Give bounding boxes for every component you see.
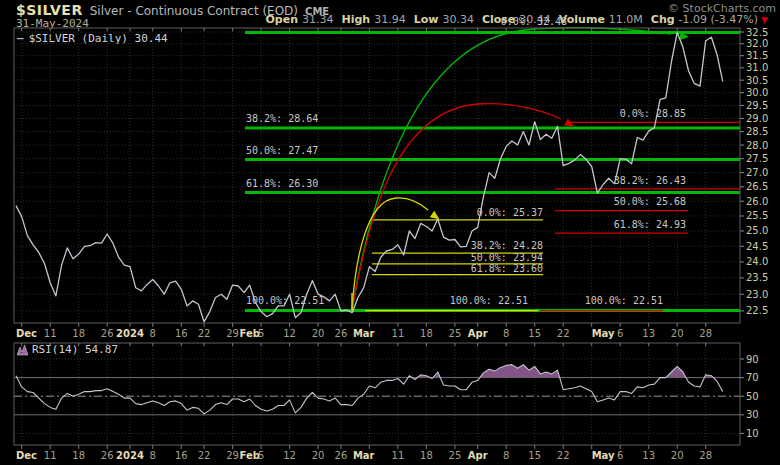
y-tick-label: 27.0	[746, 167, 768, 178]
y-tick-label: 26.0	[746, 196, 768, 207]
y-tick-label: 25.5	[746, 210, 768, 221]
x-tick-label: May	[592, 328, 615, 339]
x-tick-label: 22	[557, 328, 570, 339]
y-tick-label: 23.5	[746, 272, 768, 283]
x-tick-label: 11	[392, 328, 405, 339]
y-axis-main: 32.532.031.531.030.530.029.529.028.528.0…	[740, 27, 768, 317]
y-tick-label: 29.0	[746, 113, 768, 124]
x-tick-label: 11	[44, 328, 57, 339]
y-axis-rsi: 9070503010	[740, 354, 759, 439]
fib-label: 100.0%: 22.51	[585, 295, 663, 306]
x-tick-label: Apr	[468, 450, 488, 461]
y-tick-label: 30.0	[746, 87, 768, 98]
x-tick-label: 11	[392, 450, 405, 461]
x-tick-label: 16	[175, 328, 188, 339]
fib-label: 61.8%: 23.60	[471, 263, 543, 274]
x-tick-label: 6	[617, 328, 623, 339]
x-tick-label: 2024	[116, 450, 144, 461]
x-tick-label: 20	[312, 328, 325, 339]
x-tick-label: Feb	[240, 450, 260, 461]
x-tick-label: 5	[258, 328, 264, 339]
arrowhead-icon	[430, 211, 442, 223]
x-tick-label: 26	[335, 328, 348, 339]
y-tick-label: 28.0	[746, 140, 768, 151]
fib-label: 38.2%: 24.28	[471, 240, 543, 251]
y-tick-label: 28.5	[746, 126, 768, 137]
chart-canvas: 0.0%: 32.4838.2%: 28.6450.0%: 27.4761.8%…	[0, 0, 780, 465]
fib-label: 100.0%: 22.51	[450, 295, 528, 306]
x-tick-label: Dec	[16, 450, 37, 461]
y-tick-label: 10	[746, 428, 759, 439]
y-tick-label: 31.0	[746, 62, 768, 73]
y-tick-label: 26.5	[746, 181, 768, 192]
fib-label: 38.2%: 26.43	[614, 175, 686, 186]
fib-label: 50.0%: 25.68	[614, 196, 686, 207]
y-tick-label: 31.5	[746, 50, 768, 61]
fib-label: 0.0%: 28.85	[620, 108, 686, 119]
y-tick-label: 50	[746, 391, 759, 402]
x-tick-label: 12	[283, 450, 296, 461]
x-tick-label: 28	[699, 328, 712, 339]
x-tick-label: Mar	[353, 450, 375, 461]
x-tick-label: 5	[258, 450, 264, 461]
x-tick-label: 26	[101, 328, 114, 339]
x-tick-label: 8	[150, 450, 156, 461]
x-tick-label: 18	[420, 328, 433, 339]
x-tick-label: 29	[226, 450, 239, 461]
rsi-panel-border	[14, 343, 740, 445]
x-tick-label: 2024	[116, 328, 144, 339]
x-tick-label: 11	[44, 450, 57, 461]
x-tick-label: 20	[312, 450, 325, 461]
x-tick-label: 22	[198, 328, 211, 339]
x-tick-label: Dec	[16, 328, 37, 339]
x-tick-label: 13	[642, 450, 655, 461]
x-tick-label: 26	[101, 450, 114, 461]
x-tick-label: 28	[699, 450, 712, 461]
x-tick-label: Apr	[468, 328, 488, 339]
x-tick-label: May	[592, 450, 615, 461]
fib-label: 61.8%: 24.93	[614, 219, 686, 230]
y-tick-label: 70	[746, 372, 759, 383]
y-tick-label: 22.5	[746, 305, 768, 316]
x-tick-label: 12	[283, 328, 296, 339]
stockcharts-silver-chart: $SILVER Silver - Continuous Contract (EO…	[0, 0, 780, 465]
y-tick-label: 27.5	[746, 153, 768, 164]
x-tick-label: 8	[150, 328, 156, 339]
fib-label: 50.0%: 23.94	[471, 252, 543, 263]
x-tick-label: 8	[503, 450, 509, 461]
x-tick-label: 29	[226, 328, 239, 339]
fib-label: 0.0%: 25.37	[477, 207, 543, 218]
x-axis-row-2: Dec11182620248162229Feb5122026Mar111825A…	[16, 450, 712, 461]
projection-arc-yellow	[352, 198, 442, 310]
x-tick-label: 25	[449, 450, 462, 461]
x-tick-label: 16	[175, 450, 188, 461]
x-tick-label: 25	[449, 328, 462, 339]
fib-label: 50.0%: 27.47	[246, 145, 318, 156]
x-tick-label: Mar	[353, 328, 375, 339]
x-tick-label: 18	[72, 450, 85, 461]
y-tick-label: 24.0	[746, 256, 768, 267]
y-tick-label: 29.5	[746, 100, 768, 111]
x-tick-label: 6	[617, 450, 623, 461]
y-tick-label: 25.0	[746, 225, 768, 236]
x-tick-label: 22	[198, 450, 211, 461]
y-tick-label: 30.5	[746, 75, 768, 86]
x-tick-label: 20	[671, 328, 684, 339]
y-tick-label: 32.5	[746, 27, 768, 38]
fib-label: 38.2%: 28.64	[246, 113, 318, 124]
x-tick-label: 18	[420, 450, 433, 461]
fib-label: 61.8%: 26.30	[246, 178, 318, 189]
x-tick-label: 15	[528, 328, 541, 339]
fib-set-yellow: 0.0%: 25.3738.2%: 24.2850.0%: 23.9461.8%…	[365, 207, 543, 311]
x-tick-label: 20	[671, 450, 684, 461]
x-axis-row-1: Dec11182620248162229Feb5122026Mar111825A…	[16, 328, 712, 339]
y-tick-label: 90	[746, 354, 759, 365]
x-tick-label: 26	[335, 450, 348, 461]
x-tick-label: 18	[72, 328, 85, 339]
x-tick-label: 15	[528, 450, 541, 461]
y-tick-label: 23.0	[746, 289, 768, 300]
x-tick-label: 22	[557, 450, 570, 461]
grid-lines	[14, 28, 740, 445]
x-tick-label: 13	[642, 328, 655, 339]
fib-label: 0.0%: 32.48	[501, 16, 567, 27]
